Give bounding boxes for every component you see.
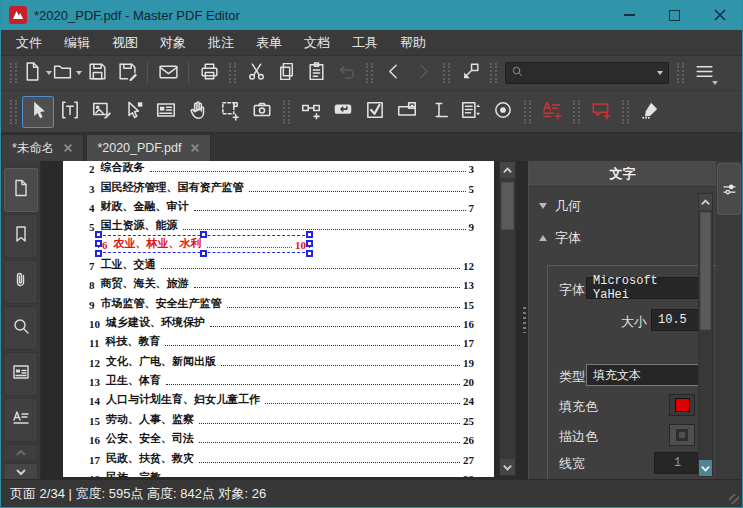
panel-scroll-up-button[interactable] (699, 194, 712, 210)
toc-row[interactable]: 13卫生、体育20 (89, 369, 474, 388)
toolbar-grip[interactable] (283, 100, 290, 124)
section-font[interactable]: 字体 (539, 229, 581, 247)
text-field-button[interactable] (423, 96, 455, 128)
add-sticky-note-button[interactable] (585, 96, 617, 128)
toc-row[interactable]: 9市场监管、安全生产监管15 (89, 291, 474, 310)
selection-handle[interactable] (95, 231, 102, 238)
add-text-annotation-button[interactable] (536, 96, 568, 128)
sidebar-form-fields-button[interactable] (4, 352, 38, 396)
selection-handle[interactable] (200, 250, 207, 257)
maximize-button[interactable] (652, 0, 697, 30)
fill-color-swatch[interactable] (669, 394, 695, 416)
selection-handle[interactable] (306, 231, 313, 238)
dropdown-arrow-icon[interactable] (712, 81, 718, 85)
edit-image-button[interactable] (86, 96, 118, 128)
select-tool-button[interactable] (22, 96, 54, 128)
selection-handle[interactable] (95, 240, 102, 247)
menu-view[interactable]: 视图 (101, 30, 149, 56)
font-name-field[interactable]: Microsoft YaHei (586, 277, 701, 299)
toc-row[interactable]: 4财政、金融、审计7 (89, 195, 474, 214)
open-document-button[interactable] (52, 59, 82, 87)
menu-tools[interactable]: 工具 (341, 30, 389, 56)
toc-row[interactable]: 10城乡建设、环境保护16 (89, 311, 474, 330)
line-width-field[interactable]: 1 (654, 452, 701, 474)
scroll-up-button[interactable] (500, 162, 515, 178)
menu-annotation[interactable]: 批注 (197, 30, 245, 56)
main-menu-button[interactable] (689, 59, 719, 87)
stroke-color-swatch[interactable] (669, 424, 695, 446)
document-scrollbar[interactable] (499, 161, 516, 476)
toc-row[interactable]: 11科技、教育17 (89, 330, 474, 349)
toolbar-grip[interactable] (10, 63, 17, 83)
sidebar-signature-button[interactable] (4, 398, 38, 442)
fit-visible-button[interactable] (455, 59, 485, 87)
combo-box-button[interactable] (391, 96, 423, 128)
toc-row[interactable]: 2综合政务3 (89, 161, 474, 175)
sidebar-attachments-button[interactable] (4, 260, 38, 304)
properties-toggle-tab[interactable] (717, 163, 741, 215)
panel-scroll-down-button[interactable] (699, 460, 712, 476)
list-box-button[interactable] (455, 96, 487, 128)
selected-text-object[interactable]: 6农业、林业、水利10 (98, 235, 310, 253)
sidebar-search-document-button[interactable] (4, 306, 38, 350)
selection-handle[interactable] (95, 250, 102, 257)
toc-row[interactable]: 15劳动、人事、监察25 (89, 407, 474, 426)
sidebar-pages-button[interactable] (4, 168, 38, 212)
search-input[interactable] (524, 66, 654, 80)
document-tab-1[interactable]: *2020_PDF.pdf (86, 134, 211, 161)
push-button-button[interactable] (327, 96, 359, 128)
copy-button[interactable] (271, 59, 301, 87)
sidebar-scroll-down-button[interactable] (4, 463, 38, 479)
close-tab-button[interactable] (63, 143, 73, 153)
menu-help[interactable]: 帮助 (389, 30, 437, 56)
save-button[interactable] (82, 59, 112, 87)
radio-button-button[interactable] (487, 96, 519, 128)
panel-scrollbar[interactable] (698, 193, 713, 477)
toc-row[interactable]: 16公安、安全、司法26 (89, 427, 474, 446)
toc-row[interactable]: 8商贸、海关、旅游13 (89, 272, 474, 291)
menu-document[interactable]: 文档 (293, 30, 341, 56)
close-button[interactable] (697, 0, 742, 30)
toolbar-grip[interactable] (573, 100, 580, 124)
toolbar-grip[interactable] (10, 100, 17, 124)
toc-row[interactable]: 6农业、林业、水利10 (89, 233, 474, 252)
toc-row[interactable]: 5国土资源、能源9 (89, 214, 474, 233)
highlighter-button[interactable] (634, 96, 666, 128)
resize-grip[interactable] (729, 494, 739, 504)
edit-text-button[interactable] (54, 96, 86, 128)
edit-path-button[interactable] (118, 96, 150, 128)
menu-object[interactable]: 对象 (149, 30, 197, 56)
hand-tool-button[interactable] (182, 96, 214, 128)
cut-button[interactable] (241, 59, 271, 87)
minimize-button[interactable] (607, 0, 652, 30)
panel-scrollbar-thumb[interactable] (700, 212, 711, 330)
select-area-button[interactable] (214, 96, 246, 128)
selection-handle[interactable] (306, 240, 313, 247)
panel-splitter[interactable] (520, 161, 528, 479)
checkbox-button[interactable] (359, 96, 391, 128)
menu-edit[interactable]: 编辑 (53, 30, 101, 56)
scrollbar-thumb[interactable] (501, 182, 514, 230)
section-geometry[interactable]: 几何 (539, 197, 581, 215)
save-as-button[interactable] (112, 59, 142, 87)
menu-file[interactable]: 文件 (5, 30, 53, 56)
edit-forms-button[interactable] (150, 96, 182, 128)
toc-row[interactable]: 14人口与计划生育、妇女儿童工作24 (89, 388, 474, 407)
search-dropdown-icon[interactable] (657, 71, 663, 75)
pdf-page[interactable]: 2综合政务33国民经济管理、国有资产监管54财政、金融、审计75国土资源、能源9… (63, 161, 494, 477)
selection-handle[interactable] (306, 250, 313, 257)
title-bar[interactable]: *2020_PDF.pdf - Master PDF Editor (1, 0, 742, 30)
add-link-button[interactable] (295, 96, 327, 128)
toc-row[interactable]: 12文化、广电、新闻出版19 (89, 349, 474, 368)
type-dropdown[interactable]: 填充文本 (586, 364, 701, 386)
panel-scrollbar-track[interactable] (699, 210, 712, 460)
toolbar-grip[interactable] (366, 63, 373, 83)
email-button[interactable] (153, 59, 183, 87)
snapshot-button[interactable] (246, 96, 278, 128)
toolbar-grip[interactable] (622, 100, 629, 124)
new-document-button[interactable] (22, 59, 52, 87)
toolbar-grip[interactable] (229, 63, 236, 83)
document-tab-0[interactable]: *未命名 (1, 134, 84, 161)
menu-forms[interactable]: 表单 (245, 30, 293, 56)
toolbar-grip[interactable] (490, 63, 497, 83)
